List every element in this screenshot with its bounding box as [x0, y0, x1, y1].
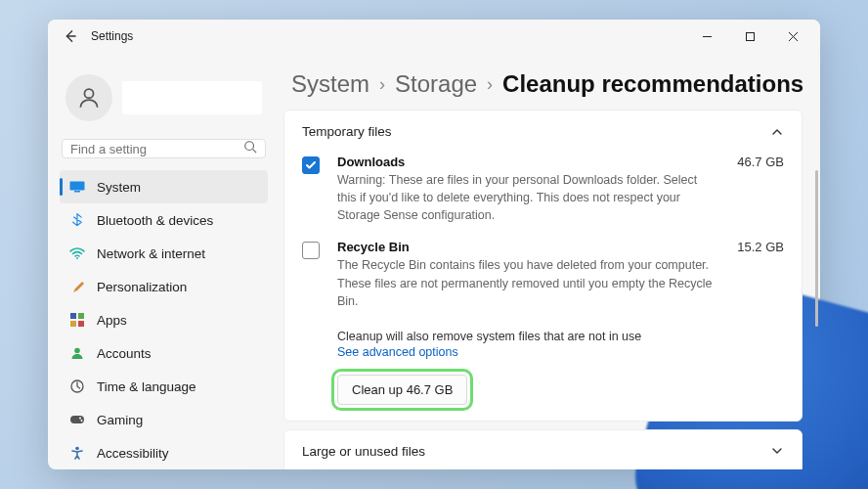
nav-item-apps[interactable]: Apps	[60, 303, 268, 336]
minimize-button[interactable]	[685, 22, 728, 51]
maximize-button[interactable]	[728, 22, 771, 51]
nav-label: System	[97, 180, 141, 195]
svg-rect-4	[74, 191, 80, 193]
breadcrumb-system[interactable]: System	[291, 70, 369, 98]
large-files-section: Large or unused files	[283, 429, 803, 469]
nav-item-gaming[interactable]: Gaming	[60, 403, 268, 436]
chevron-right-icon: ›	[379, 74, 385, 95]
nav-item-system[interactable]: System	[60, 170, 268, 203]
accessibility-icon	[69, 445, 85, 461]
svg-point-10	[74, 348, 80, 354]
back-button[interactable]	[62, 28, 77, 44]
svg-point-15	[75, 447, 79, 451]
nav-item-bluetooth[interactable]: Bluetooth & devices	[60, 203, 268, 237]
nav-item-time-language[interactable]: Time & language	[60, 370, 268, 403]
svg-point-2	[245, 142, 254, 151]
breadcrumb-current: Cleanup recommendations	[502, 70, 803, 98]
nav-label: Apps	[97, 313, 127, 328]
svg-rect-9	[78, 321, 84, 327]
item-description: Warning: These are files in your persona…	[337, 171, 718, 224]
nav-item-accessibility[interactable]: Accessibility	[60, 436, 268, 469]
nav-label: Accessibility	[97, 446, 169, 461]
search-box[interactable]	[62, 139, 266, 158]
item-description: The Recycle Bin contains files you have …	[337, 256, 718, 309]
nav-item-accounts[interactable]: Accounts	[60, 336, 268, 370]
clock-icon	[69, 378, 85, 394]
sidebar: System Bluetooth & devices Network & int…	[48, 53, 278, 469]
profile-name-placeholder	[122, 81, 262, 114]
svg-rect-7	[78, 313, 84, 319]
gamepad-icon	[69, 412, 85, 427]
nav-label: Gaming	[97, 413, 143, 427]
svg-rect-3	[70, 182, 85, 191]
item-title: Downloads	[337, 155, 405, 169]
bluetooth-icon	[69, 212, 85, 228]
svg-rect-8	[70, 321, 76, 327]
nav-label: Network & internet	[97, 246, 205, 261]
chevron-down-icon	[770, 444, 784, 458]
search-input[interactable]	[70, 142, 243, 156]
downloads-item: Downloads 46.7 GB Warning: These are fil…	[302, 155, 784, 224]
nav-item-network[interactable]: Network & internet	[60, 237, 268, 270]
cleanup-button[interactable]: Clean up 46.7 GB	[337, 375, 467, 405]
advanced-options-link[interactable]: See advanced options	[337, 345, 784, 359]
svg-point-1	[84, 89, 93, 98]
display-icon	[69, 179, 85, 195]
main-content: System › Storage › Cleanup recommendatio…	[278, 53, 820, 469]
close-button[interactable]	[771, 22, 814, 51]
person-icon	[69, 345, 85, 361]
temp-files-header[interactable]: Temporary files	[302, 124, 784, 139]
svg-rect-0	[746, 32, 754, 40]
avatar	[65, 74, 112, 121]
breadcrumb: System › Storage › Cleanup recommendatio…	[283, 67, 808, 110]
content-scrollbar[interactable]	[815, 170, 818, 327]
svg-rect-12	[70, 416, 84, 423]
nav-label: Bluetooth & devices	[97, 213, 213, 228]
settings-window: Settings	[48, 20, 820, 469]
chevron-up-icon	[770, 125, 784, 139]
search-icon	[243, 140, 257, 157]
nav-list: System Bluetooth & devices Network & int…	[60, 170, 268, 469]
svg-point-5	[76, 257, 78, 259]
recyclebin-item: Recycle Bin 15.2 GB The Recycle Bin cont…	[302, 240, 784, 309]
recyclebin-checkbox[interactable]	[302, 242, 320, 259]
profile-row[interactable]	[60, 67, 268, 135]
nav-label: Time & language	[97, 379, 196, 394]
nav-label: Accounts	[97, 346, 152, 361]
nav-item-personalization[interactable]: Personalization	[60, 270, 268, 303]
svg-rect-6	[70, 313, 76, 319]
window-title: Settings	[91, 29, 133, 43]
apps-icon	[69, 312, 85, 328]
brush-icon	[69, 279, 85, 294]
section-title: Temporary files	[302, 124, 392, 139]
large-files-header[interactable]: Large or unused files	[302, 444, 784, 459]
item-size: 15.2 GB	[737, 240, 784, 254]
downloads-checkbox[interactable]	[302, 156, 320, 174]
chevron-right-icon: ›	[487, 74, 493, 95]
temp-files-section: Temporary files Downloads 46.7 GB Warnin…	[283, 110, 803, 422]
item-size: 46.7 GB	[737, 155, 784, 169]
wifi-icon	[69, 245, 85, 261]
svg-point-13	[79, 418, 81, 420]
breadcrumb-storage[interactable]: Storage	[395, 70, 477, 98]
titlebar: Settings	[48, 20, 820, 53]
nav-label: Personalization	[97, 280, 187, 294]
section-title: Large or unused files	[302, 444, 425, 459]
cleanup-note: Cleanup will also remove system files th…	[337, 330, 784, 343]
item-title: Recycle Bin	[337, 240, 410, 254]
svg-point-14	[81, 420, 83, 422]
